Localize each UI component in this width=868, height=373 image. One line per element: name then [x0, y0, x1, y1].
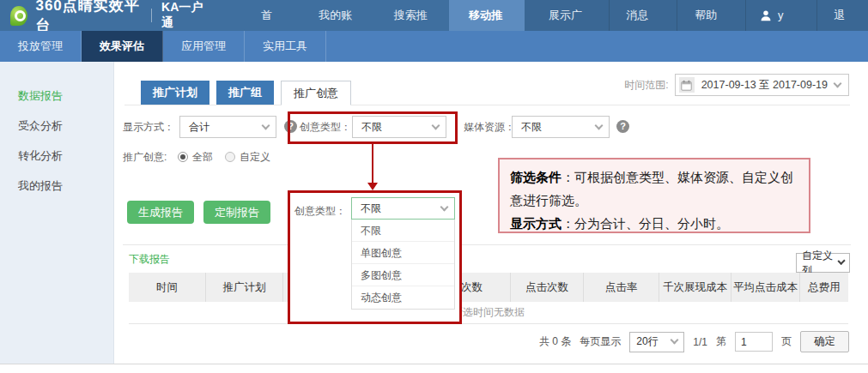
radio-all-label: 全部 [192, 151, 213, 163]
nav-item-account[interactable]: 我的账户 [299, 0, 374, 31]
sidebar-item-audience-analysis[interactable]: 受众分析 [0, 111, 113, 141]
user-menu[interactable]: y [745, 0, 816, 31]
page-bottom-border [0, 364, 868, 373]
section-divider [123, 244, 851, 245]
media-resource-value: 不限 [521, 120, 542, 135]
promo-creative-label: 推广创意: [123, 151, 167, 163]
brand[interactable]: 360点睛实效平台 KA一户通 [0, 0, 209, 31]
col-clicks: 点击次数 [511, 273, 584, 302]
media-resource-select[interactable]: 不限 [512, 116, 610, 138]
top-navbar: 360点睛实效平台 KA一户通 首页 我的账户 搜索推广 移动推广 展示广告 消… [0, 0, 868, 31]
customize-report-button[interactable]: 定制报告 [203, 201, 270, 224]
col-promo-plan: 推广计划 [206, 273, 283, 302]
main-content: 时间范围: 2017-09-13 至 2017-09-19 推广计划 推广组 推… [114, 62, 868, 364]
dropdown-option-single-image[interactable]: 单图创意 [352, 242, 454, 264]
sub-navbar: 投放管理 效果评估 应用管理 实用工具 [0, 31, 868, 62]
display-mode-label: 显示方式： [123, 121, 174, 133]
chevron-down-icon [262, 121, 270, 129]
table-empty-message: 所选时间无数据 [129, 302, 848, 324]
callout-line-1: 筛选条件：可根据创意类型、媒体资源、自定义创意进行筛选。 [510, 165, 798, 212]
time-range: 时间范围: 2017-09-13 至 2017-09-19 [624, 74, 849, 96]
custom-columns-select[interactable]: 自定义列 [796, 253, 850, 273]
brand-subtitle: KA一户通 [161, 0, 209, 31]
subnav-item-tools[interactable]: 实用工具 [245, 31, 326, 62]
page-prefix: 第 [716, 334, 726, 349]
report-tabs: 推广计划 推广组 推广创意 [141, 81, 358, 105]
creative-type-label: 创意类型： [300, 121, 351, 133]
user-icon [760, 9, 772, 21]
top-nav-right: 消息中心 帮助中心 y 退出 [609, 0, 868, 31]
time-range-label: 时间范围: [624, 78, 668, 93]
sidebar-item-data-report[interactable]: 数据报告 [0, 81, 113, 111]
creative-type-select[interactable]: 不限 [352, 116, 446, 138]
total-count: 共 0 条 [539, 334, 571, 349]
sidebar: 数据报告 受众分析 转化分析 我的报告 [0, 62, 114, 364]
display-mode-value: 合计 [189, 120, 209, 135]
radio-unselected-icon [225, 152, 235, 162]
per-page-value: 20行 [636, 334, 658, 349]
nav-item-message-center[interactable]: 消息中心 [609, 0, 677, 31]
dropdown-creative-type-select[interactable]: 不限 [351, 197, 455, 220]
tab-promo-group[interactable]: 推广组 [216, 81, 274, 105]
generate-report-button[interactable]: 生成报告 [127, 201, 194, 224]
subnav-item-effect-eval[interactable]: 效果评估 [82, 31, 163, 62]
username: y [778, 0, 784, 31]
download-report-link[interactable]: 下载报告 [129, 252, 170, 267]
radio-selected-icon [178, 152, 188, 162]
callout-term-display: 显示方式 [510, 216, 561, 231]
time-range-picker[interactable]: 2017-09-13 至 2017-09-19 [675, 74, 849, 96]
page-suffix: 页 [781, 334, 792, 349]
sidebar-item-conversion-analysis[interactable]: 转化分析 [0, 141, 113, 171]
subnav-item-app-mgmt[interactable]: 应用管理 [163, 31, 245, 62]
help-icon[interactable]: ? [616, 120, 629, 133]
tab-promo-plan[interactable]: 推广计划 [141, 81, 209, 105]
col-cpc: 平均点击成本 [731, 273, 800, 302]
annotation-connector-line [372, 144, 373, 183]
callout-text-display: ：分为合计、分日、分小时。 [561, 216, 729, 231]
radio-custom[interactable]: 自定义 [225, 148, 270, 165]
annotation-callout: 筛选条件：可根据创意类型、媒体资源、自定义创意进行筛选。 显示方式：分为合计、分… [498, 158, 810, 233]
page-number-input[interactable] [735, 332, 773, 352]
dropdown-option-unlimited[interactable]: 不限 [352, 220, 454, 242]
nav-item-search-promo[interactable]: 搜索推广 [374, 0, 450, 31]
nav-item-home[interactable]: 首页 [241, 0, 299, 31]
dropdown-selected-value: 不限 [361, 202, 381, 216]
calendar-icon [679, 77, 695, 93]
subnav-item-delivery-mgmt[interactable]: 投放管理 [0, 31, 82, 62]
table-header-row: 时间 推广计划 展现次数 点击次数 点击率 千次展现成本 平均点击成本 总费用 [129, 273, 848, 302]
display-mode-select[interactable]: 合计 [179, 116, 276, 138]
chevron-down-icon [671, 336, 679, 345]
nav-item-mobile-promo[interactable]: 移动推广 [449, 0, 525, 31]
logout-button[interactable]: 退出 [816, 0, 868, 31]
media-resource-label: 媒体资源： [464, 121, 515, 133]
nav-item-display-ads[interactable]: 展示广告 [525, 0, 609, 31]
app-window: 360点睛实效平台 KA一户通 首页 我的账户 搜索推广 移动推广 展示广告 消… [0, 0, 868, 373]
radio-custom-label: 自定义 [240, 151, 270, 163]
dropdown-option-multi-image[interactable]: 多图创意 [352, 264, 454, 286]
dropdown-options-list: 不限 单图创意 多图创意 动态创意 [351, 220, 455, 310]
callout-term-filter: 筛选条件 [510, 170, 561, 184]
page-indicator: 1/1 [693, 336, 707, 348]
tab-promo-creative[interactable]: 推广创意 [281, 81, 351, 105]
brand-title: 360点睛实效平台 [35, 0, 142, 35]
radio-all[interactable]: 全部 [178, 148, 213, 165]
confirm-button[interactable]: 确定 [800, 331, 849, 352]
col-ctr: 点击率 [584, 273, 659, 302]
col-total-cost: 总费用 [800, 273, 848, 302]
per-page-label: 每页显示 [580, 334, 621, 349]
annotation-arrow-icon [367, 183, 378, 190]
time-range-value: 2017-09-13 至 2017-09-19 [701, 78, 828, 93]
360-logo-icon [10, 6, 27, 26]
col-cpm: 千次展现成本 [659, 273, 731, 302]
dropdown-creative-type-label: 创意类型： [294, 204, 346, 219]
creative-type-value: 不限 [361, 120, 382, 135]
nav-item-help-center[interactable]: 帮助中心 [677, 0, 745, 31]
dropdown-option-dynamic[interactable]: 动态创意 [352, 286, 454, 309]
sidebar-item-my-reports[interactable]: 我的报告 [0, 171, 113, 201]
brand-divider [151, 9, 152, 22]
top-nav-items: 首页 我的账户 搜索推广 移动推广 展示广告 [241, 0, 608, 31]
pagination: 共 0 条 每页显示 20行 1/1 第 页 确定 [539, 331, 849, 352]
per-page-select[interactable]: 20行 [629, 332, 684, 352]
help-icon[interactable]: ? [284, 120, 297, 133]
chevron-down-icon [595, 121, 604, 129]
